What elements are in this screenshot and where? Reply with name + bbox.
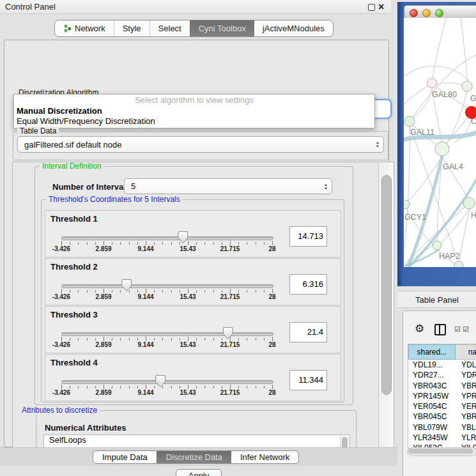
- network-icon: [63, 24, 72, 33]
- table-row[interactable]: YDL19...YDL1: [408, 360, 476, 370]
- close-panel-icon[interactable]: ×: [378, 1, 394, 13]
- axis-tick: [247, 290, 247, 293]
- table-row[interactable]: YBL079WYBL0: [408, 422, 476, 433]
- gear-icon[interactable]: ⚙: [415, 322, 424, 335]
- table-cell[interactable]: YBR043C: [408, 381, 457, 391]
- network-window-titlebar[interactable]: [404, 5, 476, 19]
- axis-tick: [196, 338, 197, 341]
- table-cell[interactable]: YBL079W: [408, 422, 457, 433]
- tab-jactivemnodules[interactable]: jActiveMNodules: [254, 20, 333, 36]
- network-node[interactable]: [462, 81, 472, 91]
- slider-track[interactable]: [61, 332, 273, 336]
- slider-thumb[interactable]: [155, 375, 165, 387]
- horizontal-scrollbar-thumb[interactable]: [408, 449, 473, 454]
- network-node[interactable]: [404, 200, 410, 209]
- tab-select[interactable]: Select: [150, 20, 190, 36]
- float-panel-icon[interactable]: [368, 4, 375, 11]
- network-node-label: GCY1: [404, 213, 426, 222]
- slider-thumb-face: [224, 328, 233, 339]
- network-node-label: HAP2: [439, 252, 460, 261]
- network-view-canvas[interactable]: GAL80GCGAL11GAL4GCY1HHAP2: [404, 18, 476, 267]
- table-row[interactable]: YLR345WYLR3: [408, 433, 476, 443]
- mode-tab-impute-data[interactable]: Impute Data: [93, 451, 157, 463]
- combo-spinner-icon[interactable]: ▲▼: [320, 183, 332, 190]
- network-node-label: GAL80: [432, 90, 457, 99]
- axis-tick: [256, 290, 256, 293]
- checkbox-icon[interactable]: ☑: [463, 325, 469, 334]
- table-column-header[interactable]: na: [456, 344, 476, 360]
- table-row[interactable]: YPR145WYPR1: [408, 391, 476, 401]
- tab-cyni-toolbox[interactable]: Cyni Toolbox: [190, 20, 254, 36]
- axis-tick: [180, 386, 180, 388]
- axis-tick: [188, 385, 188, 389]
- network-node[interactable]: [404, 116, 415, 127]
- algorithm-option[interactable]: Equal Width/Frequency Discretization: [14, 116, 374, 127]
- mac-minimize-icon[interactable]: [422, 9, 431, 17]
- table-row[interactable]: YER054CYER0: [408, 401, 476, 411]
- table-column-header[interactable]: shared...: [408, 344, 456, 360]
- table-row[interactable]: YDR27...YDR2: [408, 370, 476, 380]
- checkbox-icon[interactable]: ☑: [454, 325, 461, 334]
- apply-button[interactable]: Apply: [176, 469, 222, 476]
- network-node[interactable]: [454, 261, 463, 267]
- table-cell[interactable]: YBR0: [457, 411, 476, 422]
- table-cell[interactable]: YPR1: [457, 391, 476, 401]
- table-cell[interactable]: YBR045C: [408, 411, 457, 422]
- table-cell[interactable]: YDL1: [457, 360, 476, 370]
- slider-track[interactable]: [61, 236, 273, 240]
- algorithm-option[interactable]: Manual Discretization: [14, 106, 374, 116]
- tab-style[interactable]: Style: [114, 20, 150, 36]
- mode-tab-discretize-data[interactable]: Discretize Data: [157, 451, 231, 463]
- combo-spinner-icon[interactable]: ▲▼: [372, 141, 383, 148]
- table-row[interactable]: YBR045CYBR0: [408, 411, 476, 422]
- number-of-intervals-value: 5: [125, 181, 320, 191]
- table-data-combobox[interactable]: galFiltered.sif default node ▲▼: [17, 136, 384, 153]
- table-cell[interactable]: YDL19...: [408, 360, 457, 370]
- mode-tab-infer-network[interactable]: Infer Network: [231, 451, 298, 463]
- network-node[interactable]: [427, 79, 437, 88]
- threshold-value-field[interactable]: 14.713: [289, 226, 327, 247]
- axis-tick: [120, 338, 121, 341]
- threshold-value-field[interactable]: 21.4: [289, 322, 327, 342]
- network-node[interactable]: [435, 142, 449, 156]
- attribute-list-item[interactable]: SelfLoops: [44, 435, 349, 445]
- table-cell[interactable]: YBR0: [457, 381, 476, 391]
- tab-network[interactable]: Network: [55, 20, 114, 36]
- network-node[interactable]: [433, 241, 441, 250]
- table-cell[interactable]: YDR27...: [408, 370, 457, 380]
- table-header-row: shared...na: [408, 344, 476, 360]
- axis-tick: [204, 386, 205, 388]
- axis-tick-label: 9.144: [137, 389, 153, 396]
- table-cell[interactable]: YBL0: [457, 422, 476, 433]
- mac-close-icon[interactable]: [410, 9, 418, 17]
- table-cell[interactable]: YLR3: [457, 433, 476, 443]
- table-cell[interactable]: YDR2: [457, 370, 476, 380]
- slider-track[interactable]: [61, 284, 273, 288]
- slider-thumb[interactable]: [223, 327, 233, 339]
- threshold-value-field[interactable]: 6.316: [289, 274, 327, 295]
- axis-tick: [213, 386, 214, 388]
- horizontal-scrollbar[interactable]: [407, 447, 476, 456]
- vertical-scrollbar[interactable]: [378, 162, 394, 463]
- columns-icon[interactable]: [434, 324, 446, 335]
- threshold-value-field[interactable]: 11.344: [289, 370, 327, 390]
- table-cell[interactable]: YER0: [457, 401, 476, 411]
- slider-thumb[interactable]: [121, 279, 132, 291]
- table-data-value: galFiltered.sif default node: [18, 140, 372, 150]
- node-attribute-table[interactable]: shared...na YDL19...YDL1YDR27...YDR2YBR0…: [408, 344, 476, 449]
- axis-tick: [204, 242, 205, 245]
- axis-tick: [162, 386, 163, 388]
- vertical-scrollbar-thumb[interactable]: [381, 175, 392, 395]
- network-window-frame[interactable]: GAL80GCGAL11GAL4GCY1HHAP2: [397, 2, 476, 286]
- number-of-intervals-combobox[interactable]: 5 ▲▼: [124, 178, 332, 194]
- table-row[interactable]: YBR043CYBR0: [408, 381, 476, 391]
- slider-track[interactable]: [61, 380, 273, 384]
- table-cell[interactable]: YER054C: [408, 401, 457, 411]
- slider-thumb-face: [156, 376, 165, 387]
- table-cell[interactable]: YPR145W: [408, 391, 457, 401]
- mac-zoom-icon[interactable]: [435, 9, 443, 17]
- axis-tick: [196, 386, 197, 388]
- cyni-toolbox-panel: Discretization Algorithm Select algorith…: [4, 40, 389, 447]
- network-node[interactable]: [463, 197, 475, 209]
- table-cell[interactable]: YLR345W: [408, 433, 457, 443]
